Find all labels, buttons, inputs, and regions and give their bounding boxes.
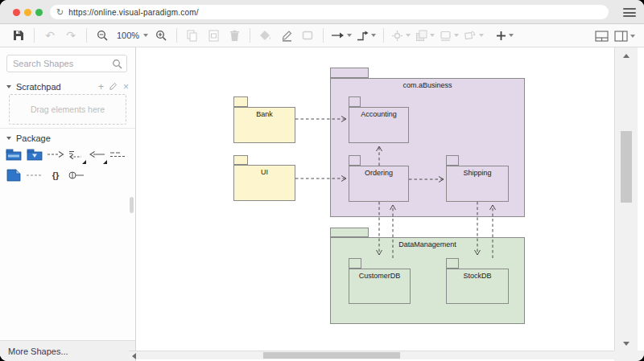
browser-menu-icon[interactable] — [623, 8, 636, 19]
package-shape-icon[interactable] — [3, 144, 24, 165]
toolbar-separator — [176, 28, 177, 43]
toolbar-separator — [250, 28, 250, 43]
dependency-shape-icon[interactable] — [45, 144, 66, 165]
package-section-header[interactable]: Package — [0, 131, 135, 145]
chevron-down-icon — [143, 34, 148, 37]
waypoint-style-dropdown[interactable] — [357, 27, 376, 44]
package-stockdb-tab[interactable] — [446, 258, 459, 269]
toolbar-separator — [323, 28, 324, 43]
model-shape-icon[interactable] — [24, 144, 45, 165]
sidebar-scrollbar-thumb[interactable] — [130, 197, 134, 213]
package-ordering-tab[interactable] — [349, 155, 361, 166]
scratchpad-title: Scratchpad — [16, 82, 61, 92]
package-label: com.aBusiness — [331, 79, 524, 89]
scroll-up-arrow[interactable] — [623, 54, 630, 58]
address-bar[interactable]: ↻ https://online.visual-paradigm.com/ — [50, 5, 609, 19]
paste-button[interactable] — [205, 27, 221, 44]
horizontal-scrollbar[interactable] — [129, 351, 629, 359]
delete-button[interactable] — [226, 27, 242, 44]
package-ordering[interactable]: Ordering — [349, 166, 409, 202]
chevron-down-icon — [347, 34, 352, 37]
package-customerdb[interactable]: CustomerDB — [349, 269, 411, 304]
horizontal-scrollbar-thumb[interactable] — [263, 352, 400, 359]
zoom-window-button[interactable] — [35, 9, 43, 16]
zoom-level-dropdown[interactable]: 100% — [115, 27, 148, 44]
url-text: https://online.visual-paradigm.com/ — [68, 8, 199, 17]
minimize-window-button[interactable] — [24, 9, 31, 16]
vertical-scrollbar-thumb[interactable] — [621, 131, 632, 203]
scratchpad-add-icon[interactable]: + — [98, 82, 104, 92]
toolbar-separator — [34, 28, 35, 43]
align-dropdown[interactable] — [440, 27, 459, 44]
package-label: Accounting — [349, 108, 408, 118]
save-button[interactable] — [10, 27, 27, 44]
arrange-dropdown[interactable] — [415, 27, 435, 44]
chevron-down-icon — [630, 35, 635, 38]
package-customerdb-tab[interactable] — [349, 258, 361, 269]
sidebar-divider — [0, 128, 135, 129]
replace-shape-dropdown[interactable] — [464, 27, 484, 44]
dashed-line-shape-icon[interactable] — [24, 165, 45, 186]
chevron-down-icon — [430, 34, 435, 37]
package-shipping-tab[interactable] — [446, 155, 459, 166]
package-accounting[interactable]: Accounting — [349, 107, 409, 143]
scrollbar-corner — [614, 351, 644, 361]
shapes-sidebar: Scratchpad + × Drag elements here Packag… — [0, 47, 136, 361]
package-label: StockDB — [447, 269, 508, 280]
note-shape-icon[interactable] — [3, 165, 24, 186]
zoom-in-button[interactable] — [153, 27, 169, 44]
shape-palette: {} — [3, 144, 132, 186]
scratchpad-close-icon[interactable]: × — [123, 82, 129, 92]
line-color-button[interactable] — [279, 27, 295, 44]
usage-shape-icon[interactable] — [108, 144, 129, 165]
package-ui[interactable]: UI — [233, 165, 295, 201]
access-shape-icon[interactable] — [87, 144, 108, 165]
more-shapes-button[interactable]: More Shapes... — [0, 340, 135, 361]
scroll-down-arrow[interactable] — [623, 342, 630, 346]
submenu-indicator — [103, 160, 107, 164]
package-ui-tab[interactable] — [233, 155, 248, 165]
package-label: Bank — [234, 108, 295, 118]
style-dropdown[interactable] — [391, 27, 411, 44]
collapse-icon — [6, 85, 11, 88]
package-label: UI — [234, 166, 295, 176]
package-label: Shipping — [447, 166, 508, 177]
package-datamanagement-tab[interactable] — [330, 228, 369, 237]
import-shape-icon[interactable] — [66, 144, 87, 165]
vertical-scrollbar[interactable] — [614, 47, 638, 351]
chevron-down-icon — [454, 34, 459, 37]
scratchpad-edit-icon[interactable] — [109, 82, 118, 92]
package-stockdb[interactable]: StockDB — [446, 269, 509, 304]
chevron-down-icon — [479, 34, 484, 37]
diagram-canvas[interactable]: com.aBusiness DataManagement Bank UI Acc… — [137, 47, 614, 351]
copy-button[interactable] — [184, 27, 200, 44]
editor-toolbar: ↶ ↷ 100% — [0, 24, 644, 47]
scroll-left-arrow[interactable] — [132, 353, 136, 359]
zoom-level-value: 100% — [117, 31, 139, 40]
package-shipping[interactable]: Shipping — [446, 166, 509, 202]
package-label: Ordering — [349, 166, 408, 177]
redo-button[interactable]: ↷ — [63, 27, 79, 44]
package-business-tab[interactable] — [330, 68, 369, 78]
browser-titlebar: ↻ https://online.visual-paradigm.com/ — [0, 0, 644, 24]
layout-panel-toggle[interactable] — [614, 27, 635, 45]
connection-style-dropdown[interactable] — [331, 27, 352, 44]
chevron-down-icon — [406, 34, 411, 37]
close-window-button[interactable] — [13, 9, 20, 16]
scratchpad-header[interactable]: Scratchpad + × — [0, 80, 135, 93]
insert-dropdown[interactable] — [496, 27, 514, 44]
zoom-out-button[interactable] — [94, 27, 110, 44]
undo-button[interactable]: ↶ — [42, 27, 58, 44]
scratchpad-dropzone[interactable]: Drag elements here — [9, 94, 126, 125]
constraint-shape-icon[interactable]: {} — [45, 165, 66, 186]
containment-shape-icon[interactable] — [66, 165, 87, 186]
search-shapes-input[interactable] — [6, 55, 127, 72]
reload-icon[interactable]: ↻ — [56, 8, 64, 17]
fill-color-button[interactable] — [258, 27, 274, 44]
package-accounting-tab[interactable] — [349, 96, 361, 107]
package-bank[interactable]: Bank — [233, 107, 295, 143]
chevron-down-icon — [509, 34, 514, 37]
package-bank-tab[interactable] — [233, 96, 248, 107]
format-panel-toggle[interactable] — [593, 27, 609, 45]
shadow-button[interactable] — [299, 27, 316, 44]
